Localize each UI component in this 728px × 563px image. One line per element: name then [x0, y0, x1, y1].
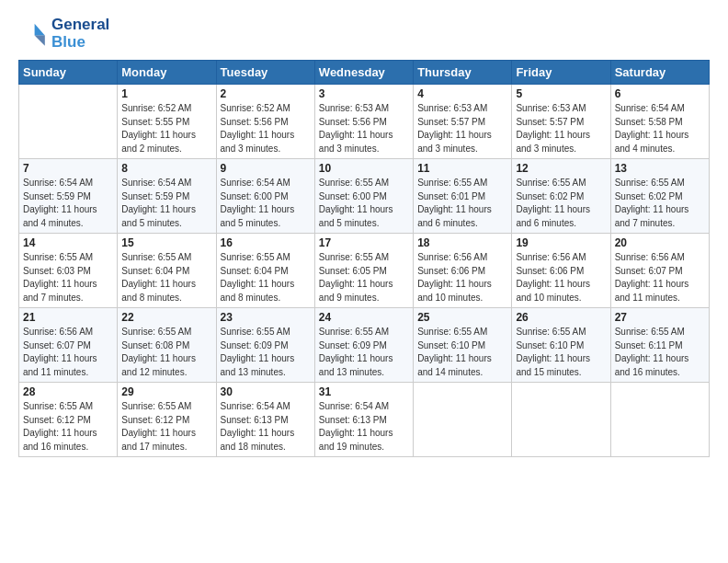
day-info: Sunrise: 6:54 AMSunset: 5:59 PMDaylight:… — [121, 177, 211, 230]
day-info: Sunrise: 6:55 AMSunset: 6:02 PMDaylight:… — [615, 177, 705, 230]
calendar-cell: 29Sunrise: 6:55 AMSunset: 6:12 PMDayligh… — [118, 383, 216, 457]
day-header-saturday: Saturday — [610, 61, 709, 85]
calendar-cell: 2Sunrise: 6:52 AMSunset: 5:56 PMDaylight… — [216, 85, 314, 159]
calendar-cell: 27Sunrise: 6:55 AMSunset: 6:11 PMDayligh… — [610, 308, 709, 383]
calendar-cell: 12Sunrise: 6:55 AMSunset: 6:02 PMDayligh… — [512, 159, 610, 234]
calendar-cell: 31Sunrise: 6:54 AMSunset: 6:13 PMDayligh… — [314, 383, 413, 457]
day-info: Sunrise: 6:55 AMSunset: 6:09 PMDaylight:… — [221, 326, 311, 379]
day-info: Sunrise: 6:54 AMSunset: 5:58 PMDaylight:… — [615, 102, 705, 155]
day-info: Sunrise: 6:53 AMSunset: 5:57 PMDaylight:… — [417, 102, 507, 155]
logo-icon — [18, 19, 48, 49]
calendar-cell — [414, 383, 512, 457]
day-info: Sunrise: 6:55 AMSunset: 6:00 PMDaylight:… — [319, 177, 409, 230]
day-info: Sunrise: 6:55 AMSunset: 6:09 PMDaylight:… — [319, 326, 409, 379]
day-header-friday: Friday — [512, 61, 610, 85]
calendar-cell: 18Sunrise: 6:56 AMSunset: 6:06 PMDayligh… — [414, 234, 512, 308]
day-number: 6 — [615, 87, 705, 100]
calendar-cell: 25Sunrise: 6:55 AMSunset: 6:10 PMDayligh… — [414, 308, 512, 383]
day-info: Sunrise: 6:52 AMSunset: 5:55 PMDaylight:… — [121, 102, 211, 155]
day-number: 11 — [417, 162, 507, 175]
day-info: Sunrise: 6:55 AMSunset: 6:04 PMDaylight:… — [221, 251, 311, 304]
calendar-cell: 15Sunrise: 6:55 AMSunset: 6:04 PMDayligh… — [118, 234, 216, 308]
day-number: 1 — [121, 87, 211, 100]
calendar-cell: 22Sunrise: 6:55 AMSunset: 6:08 PMDayligh… — [118, 308, 216, 383]
day-number: 16 — [221, 236, 311, 249]
day-number: 27 — [615, 311, 705, 324]
calendar-cell: 14Sunrise: 6:55 AMSunset: 6:03 PMDayligh… — [19, 234, 118, 308]
day-info: Sunrise: 6:54 AMSunset: 6:00 PMDaylight:… — [221, 177, 311, 230]
day-info: Sunrise: 6:54 AMSunset: 6:13 PMDaylight:… — [319, 400, 409, 454]
day-info: Sunrise: 6:55 AMSunset: 6:05 PMDaylight:… — [319, 251, 409, 304]
calendar-cell: 20Sunrise: 6:56 AMSunset: 6:07 PMDayligh… — [610, 234, 709, 308]
day-info: Sunrise: 6:55 AMSunset: 6:01 PMDaylight:… — [417, 177, 507, 230]
day-number: 30 — [221, 385, 311, 398]
day-number: 29 — [121, 385, 211, 398]
day-number: 8 — [121, 162, 211, 175]
calendar-cell: 19Sunrise: 6:56 AMSunset: 6:06 PMDayligh… — [512, 234, 610, 308]
calendar-cell — [512, 383, 610, 457]
day-number: 26 — [516, 311, 606, 324]
day-number: 20 — [615, 236, 705, 249]
calendar-cell: 6Sunrise: 6:54 AMSunset: 5:58 PMDaylight… — [610, 85, 709, 159]
calendar-cell: 30Sunrise: 6:54 AMSunset: 6:13 PMDayligh… — [216, 383, 314, 457]
day-number: 14 — [23, 236, 113, 249]
calendar-cell: 10Sunrise: 6:55 AMSunset: 6:00 PMDayligh… — [314, 159, 413, 234]
calendar-cell: 26Sunrise: 6:55 AMSunset: 6:10 PMDayligh… — [512, 308, 610, 383]
svg-marker-0 — [35, 23, 45, 35]
day-number: 31 — [319, 385, 409, 398]
calendar-cell: 9Sunrise: 6:54 AMSunset: 6:00 PMDaylight… — [216, 159, 314, 234]
logo: General Blue — [18, 17, 109, 51]
day-info: Sunrise: 6:55 AMSunset: 6:04 PMDaylight:… — [121, 251, 211, 304]
day-header-wednesday: Wednesday — [314, 61, 413, 85]
day-info: Sunrise: 6:55 AMSunset: 6:12 PMDaylight:… — [121, 400, 211, 454]
day-number: 12 — [516, 162, 606, 175]
day-number: 17 — [319, 236, 409, 249]
day-number: 7 — [23, 162, 113, 175]
day-number: 28 — [23, 385, 113, 398]
day-header-thursday: Thursday — [414, 61, 512, 85]
calendar-cell: 21Sunrise: 6:56 AMSunset: 6:07 PMDayligh… — [19, 308, 118, 383]
calendar-cell: 3Sunrise: 6:53 AMSunset: 5:56 PMDaylight… — [314, 85, 413, 159]
calendar-cell: 28Sunrise: 6:55 AMSunset: 6:12 PMDayligh… — [19, 383, 118, 457]
logo-text: General Blue — [51, 17, 109, 51]
day-info: Sunrise: 6:55 AMSunset: 6:08 PMDaylight:… — [121, 326, 211, 379]
svg-marker-1 — [35, 35, 45, 45]
day-number: 23 — [221, 311, 311, 324]
calendar-cell: 11Sunrise: 6:55 AMSunset: 6:01 PMDayligh… — [414, 159, 512, 234]
day-info: Sunrise: 6:54 AMSunset: 5:59 PMDaylight:… — [23, 177, 113, 230]
calendar-cell: 1Sunrise: 6:52 AMSunset: 5:55 PMDaylight… — [118, 85, 216, 159]
calendar-cell: 17Sunrise: 6:55 AMSunset: 6:05 PMDayligh… — [314, 234, 413, 308]
day-number: 2 — [221, 87, 311, 100]
calendar-table: SundayMondayTuesdayWednesdayThursdayFrid… — [18, 60, 710, 457]
header-row: SundayMondayTuesdayWednesdayThursdayFrid… — [19, 61, 710, 85]
calendar-cell — [610, 383, 709, 457]
day-number: 10 — [319, 162, 409, 175]
day-number: 24 — [319, 311, 409, 324]
day-info: Sunrise: 6:55 AMSunset: 6:12 PMDaylight:… — [23, 400, 113, 454]
calendar-cell: 13Sunrise: 6:55 AMSunset: 6:02 PMDayligh… — [610, 159, 709, 234]
day-info: Sunrise: 6:53 AMSunset: 5:56 PMDaylight:… — [319, 102, 409, 155]
calendar-cell: 4Sunrise: 6:53 AMSunset: 5:57 PMDaylight… — [414, 85, 512, 159]
day-info: Sunrise: 6:55 AMSunset: 6:10 PMDaylight:… — [417, 326, 507, 379]
calendar-cell: 5Sunrise: 6:53 AMSunset: 5:57 PMDaylight… — [512, 85, 610, 159]
header: General Blue — [18, 17, 710, 51]
day-number: 15 — [121, 236, 211, 249]
day-info: Sunrise: 6:55 AMSunset: 6:11 PMDaylight:… — [615, 326, 705, 379]
calendar-cell: 8Sunrise: 6:54 AMSunset: 5:59 PMDaylight… — [118, 159, 216, 234]
day-number: 13 — [615, 162, 705, 175]
day-info: Sunrise: 6:56 AMSunset: 6:06 PMDaylight:… — [516, 251, 606, 304]
day-number: 22 — [121, 311, 211, 324]
day-info: Sunrise: 6:56 AMSunset: 6:07 PMDaylight:… — [615, 251, 705, 304]
day-info: Sunrise: 6:54 AMSunset: 6:13 PMDaylight:… — [221, 400, 311, 454]
day-info: Sunrise: 6:55 AMSunset: 6:10 PMDaylight:… — [516, 326, 606, 379]
day-number: 25 — [417, 311, 507, 324]
day-number: 21 — [23, 311, 113, 324]
calendar-cell: 16Sunrise: 6:55 AMSunset: 6:04 PMDayligh… — [216, 234, 314, 308]
day-info: Sunrise: 6:55 AMSunset: 6:03 PMDaylight:… — [23, 251, 113, 304]
calendar-cell: 24Sunrise: 6:55 AMSunset: 6:09 PMDayligh… — [314, 308, 413, 383]
day-number: 19 — [516, 236, 606, 249]
day-header-monday: Monday — [118, 61, 216, 85]
day-header-sunday: Sunday — [19, 61, 118, 85]
calendar-cell: 7Sunrise: 6:54 AMSunset: 5:59 PMDaylight… — [19, 159, 118, 234]
calendar-cell — [19, 85, 118, 159]
